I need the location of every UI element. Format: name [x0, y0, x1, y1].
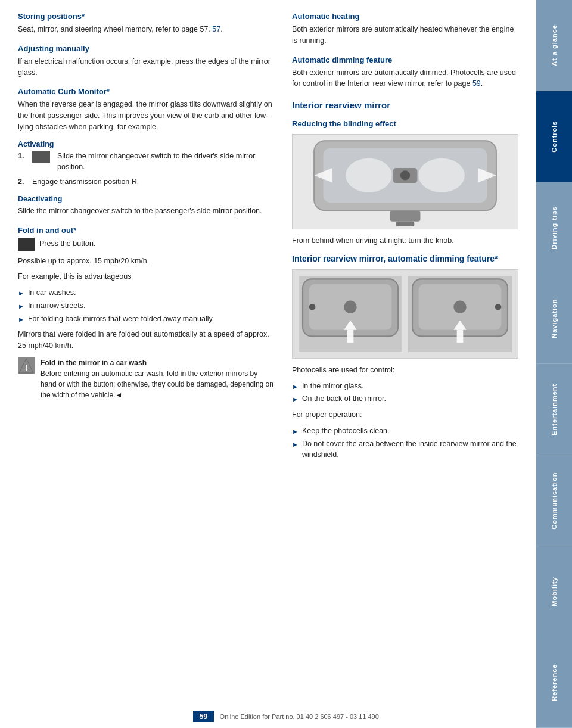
- mirrors-text: Mirrors that were folded in are folded o…: [18, 329, 274, 351]
- sidebar-tab-entertainment[interactable]: Entertainment: [536, 364, 572, 455]
- warning-title: Fold in the mirror in a car wash: [41, 359, 147, 367]
- deactivating-label: Deactivating: [18, 195, 274, 203]
- svg-point-20: [453, 300, 466, 313]
- photocells-bullets: ► In the mirror glass. ► On the back of …: [292, 381, 518, 405]
- proper-bullets: ► Keep the photocells clean. ► Do not co…: [292, 425, 518, 461]
- bullet-2: ► In narrow streets.: [18, 300, 274, 312]
- sidebar-tab-mobility[interactable]: Mobility: [536, 546, 572, 637]
- interior-auto-heading: Interior rearview mirror, automatic dimm…: [292, 254, 518, 263]
- step-2: 2. Engage transmission position R.: [18, 176, 274, 188]
- warning-text: Fold in the mirror in a car wash Before …: [41, 357, 274, 400]
- photocell-bullet-2: ► On the back of the mirror.: [292, 393, 518, 405]
- page-footer: 59 Online Edition for Part no. 01 40 2 6…: [0, 711, 572, 722]
- svg-rect-16: [347, 329, 354, 342]
- svg-rect-22: [457, 329, 464, 342]
- photocell-arrow-2: ►: [292, 394, 299, 405]
- svg-text:!: !: [25, 363, 28, 372]
- interior-heading: Interior rearview mirror: [292, 100, 518, 110]
- svg-point-4: [346, 158, 391, 192]
- activating-label: Activating: [18, 140, 274, 148]
- proper-arrow-2: ►: [292, 440, 299, 450]
- warning-icon: !: [18, 357, 35, 374]
- mirror-switch-icon: [32, 151, 50, 163]
- deactivating-text: Slide the mirror changeover switch to th…: [18, 206, 274, 217]
- left-column: Storing positions* Seat, mirror, and ste…: [18, 12, 274, 692]
- svg-point-17: [309, 304, 316, 310]
- fold-text: Press the button.: [39, 238, 96, 250]
- auto-dimming-heading: Automatic dimming feature: [292, 55, 518, 64]
- from-behind-text: From behind when driving at night: turn …: [292, 235, 518, 247]
- sidebar-tab-driving-tips[interactable]: Driving tips: [536, 182, 572, 273]
- svg-rect-10: [390, 210, 421, 221]
- dimming-link[interactable]: 59: [472, 79, 481, 88]
- proper-bullet-1: ► Keep the photocells clean.: [292, 425, 518, 437]
- step-1: 1. Slide the mirror changeover switch to…: [18, 151, 274, 173]
- sidebar-tab-navigation[interactable]: Navigation: [536, 273, 572, 364]
- warning-body: Before entering an automatic car wash, f…: [41, 369, 273, 399]
- adjusting-text: If an electrical malfunction occurs, for…: [18, 56, 274, 79]
- curb-heading: Automatic Curb Monitor*: [18, 87, 274, 96]
- mirror-right-half: [408, 276, 512, 352]
- svg-point-14: [344, 300, 356, 313]
- adjusting-heading: Adjusting manually: [18, 44, 274, 53]
- mirror-left-half: [299, 276, 402, 352]
- mirror-diagram-2: [292, 269, 518, 359]
- storing-heading: Storing positions*: [18, 12, 274, 21]
- fold-heading: Fold in and out*: [18, 226, 274, 235]
- warning-box: ! Fold in the mirror in a car wash Befor…: [18, 357, 274, 400]
- curb-text: When the reverse gear is engaged, the mi…: [18, 99, 274, 132]
- auto-dimming-text: Both exterior mirrors are automatically …: [292, 67, 518, 90]
- proper-text: For proper operation:: [292, 409, 518, 421]
- step2-text: Engage transmission position R.: [32, 176, 139, 188]
- bullet-arrow-3: ►: [18, 315, 24, 325]
- proper-bullet-2: ► Do not cover the area between the insi…: [292, 438, 518, 461]
- bullet-arrow-1: ►: [18, 288, 24, 298]
- sidebar: At a glance Controls Driving tips Naviga…: [536, 0, 572, 728]
- advantage-text: For example, this is advantageous: [18, 271, 274, 282]
- svg-point-5: [418, 158, 464, 192]
- bullet-arrow-2: ►: [18, 301, 24, 312]
- bullet-3: ► For folding back mirrors that were fol…: [18, 313, 274, 325]
- proper-arrow-1: ►: [292, 427, 299, 437]
- bullet-1: ► In car washes.: [18, 287, 274, 298]
- svg-point-23: [495, 304, 502, 310]
- reducing-heading: Reducing the blinding effect: [292, 119, 518, 128]
- page-number: 59: [193, 711, 213, 722]
- step1-text: Slide the mirror changeover switch to th…: [57, 151, 274, 173]
- mirror-diagram-1: [292, 134, 518, 229]
- right-column: Automatic heating Both exterior mirrors …: [292, 12, 518, 692]
- sidebar-tab-controls[interactable]: Controls: [536, 91, 572, 182]
- sidebar-tab-communication[interactable]: Communication: [536, 455, 572, 546]
- footer-text: Online Edition for Part no. 01 40 2 606 …: [220, 713, 379, 720]
- fold-bullets: ► In car washes. ► In narrow streets. ► …: [18, 287, 274, 324]
- proper-1-text: Keep the photocells clean.: [302, 425, 390, 437]
- sidebar-tab-at-a-glance[interactable]: At a glance: [536, 0, 572, 91]
- storing-link[interactable]: 57: [212, 25, 220, 33]
- fold-button-icon: [18, 238, 35, 251]
- photocell-bullet-1: ► In the mirror glass.: [292, 381, 518, 392]
- photocell-1-text: In the mirror glass.: [302, 381, 364, 392]
- svg-rect-11: [396, 222, 415, 226]
- proper-2-text: Do not cover the area between the inside…: [302, 438, 518, 461]
- svg-point-7: [400, 170, 410, 180]
- activating-steps: 1. Slide the mirror changeover switch to…: [18, 151, 274, 188]
- bullet-1-text: In car washes.: [28, 287, 76, 298]
- bullet-3-text: For folding back mirrors that were folde…: [28, 313, 214, 325]
- possible-text: Possible up to approx. 15 mph/20 km/h.: [18, 256, 274, 267]
- photocells-text: Photocells are used for control:: [292, 365, 518, 376]
- photocell-2-text: On the back of the mirror.: [302, 393, 386, 405]
- photocell-arrow-1: ►: [292, 382, 299, 392]
- storing-text: Seat, mirror, and steering wheel memory,…: [18, 24, 274, 35]
- bullet-2-text: In narrow streets.: [28, 300, 86, 312]
- auto-heating-heading: Automatic heating: [292, 12, 518, 21]
- fold-button-row: Press the button.: [18, 238, 274, 251]
- auto-heating-text: Both exterior mirrors are automatically …: [292, 24, 518, 46]
